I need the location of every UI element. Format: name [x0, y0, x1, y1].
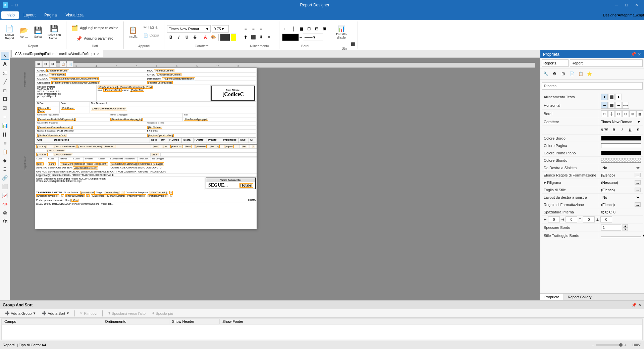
menu-designer[interactable]: Designer [603, 13, 618, 17]
border-left-b[interactable]: ⊞ [629, 110, 636, 117]
align-v-bot[interactable]: ⬇ [615, 94, 622, 100]
gs-remove-btn[interactable]: ✕ Rimuovi [77, 310, 100, 316]
border-btn-5[interactable]: ⊟ [313, 25, 320, 33]
da-destra-select[interactable]: No Sì [601, 165, 641, 170]
spacing-right-input[interactable] [566, 216, 577, 222]
tool-spark[interactable]: 📈 [1, 191, 9, 199]
filigrana-btn[interactable]: ... [635, 180, 641, 185]
prop-font-dropdown[interactable]: ▼ [637, 120, 641, 124]
highlight-button[interactable]: 🎨 [210, 34, 217, 41]
italic-button[interactable]: I [175, 34, 182, 41]
tool-crosstab[interactable]: ⊟ [1, 139, 9, 147]
spacing-left-input[interactable] [548, 216, 560, 222]
font-color-button[interactable]: A [202, 34, 209, 41]
ribbon-btn-salva-nome[interactable]: 💾 Salva conNome... [45, 22, 63, 42]
ribbon-btn-salva[interactable]: 💾 Salva [31, 22, 45, 42]
zoom-in-button[interactable]: + [624, 342, 627, 348]
prop-pin-button[interactable]: 📌 [631, 52, 636, 57]
tool-text[interactable]: A [1, 60, 9, 68]
align-h-left[interactable]: ⬅ [601, 102, 608, 109]
tool-check[interactable]: ☑ [1, 104, 9, 112]
tool-gauge[interactable]: ◎ [1, 209, 9, 217]
maximize-button[interactable]: □ [622, 2, 631, 8]
highlight-swatch[interactable] [231, 34, 236, 41]
tool-shape[interactable]: ◆ [1, 156, 9, 164]
colore-sfondo-swatch[interactable] [601, 158, 641, 163]
align-v-mid[interactable]: ⬛ [608, 94, 615, 100]
ribbon-btn-copia[interactable]: 📄 Copia [141, 32, 162, 39]
spessore-bordo-input[interactable] [601, 225, 621, 231]
zoom-slider[interactable] [596, 344, 623, 346]
properties-content[interactable]: Allineamento Testo ⬆ ⬛ ⬇ Horizontal ⬅ ⬛ … [540, 92, 644, 293]
align-h-center[interactable]: ⬛ [608, 102, 615, 109]
tool-img[interactable]: 🖼 [1, 95, 9, 103]
tratteggio-swatch[interactable] [601, 237, 641, 237]
tool-map[interactable]: 🗺 [1, 217, 9, 226]
border-all[interactable]: □ [601, 110, 608, 117]
prop-strike[interactable]: S [634, 126, 642, 134]
close-button[interactable]: ✕ [632, 2, 641, 8]
bold-button[interactable]: B [167, 34, 174, 41]
zoom-out-button[interactable]: − [592, 342, 594, 348]
stili-expand-button[interactable]: ⬛ [351, 42, 355, 46]
window-controls[interactable]: ─ □ ✕ [612, 2, 641, 8]
tool-container[interactable]: ⬜ [1, 183, 9, 191]
align-justify-button[interactable]: ≡ [265, 34, 272, 41]
gs-add-sort-btn[interactable]: ➕ Add a Sort ▼ [40, 310, 72, 316]
prop-close-button[interactable]: ✕ [638, 52, 641, 57]
foglio-stile-btn[interactable]: ... [635, 188, 641, 192]
tool-subreport[interactable]: 📋 [1, 148, 9, 156]
strikethrough-button[interactable]: S [191, 34, 199, 41]
border-btn-6[interactable]: ⊞ [321, 25, 328, 33]
tool-chart[interactable]: 📊 [1, 121, 9, 130]
align-h-justify[interactable]: ⟺ [622, 102, 629, 109]
ribbon-btn-incolla[interactable]: 📋 Incolla [126, 22, 140, 42]
gs-close-button[interactable]: ✕ [638, 303, 641, 307]
canvas-area[interactable]: 1 2 3 4 5 6 7 8 9 10 11 Pag [10, 58, 540, 300]
estratto-stile-button[interactable]: 📊 Estrattodi stile [334, 22, 349, 42]
ribbon-btn-aggiungi-param[interactable]: 📌 Aggiungi parametro [69, 34, 121, 43]
spacing-top-input[interactable] [583, 216, 595, 222]
align-middle-button[interactable]: ⬛ [250, 34, 257, 41]
colore-pagina-swatch[interactable] [601, 143, 641, 148]
colore-bordo-swatch[interactable] [601, 136, 641, 141]
colore-primo-piano-swatch[interactable] [601, 151, 641, 155]
elenco-regole-btn[interactable]: ... [635, 173, 641, 177]
spessore-down[interactable]: ▼ [623, 228, 628, 231]
tool-label[interactable]: 🏷 [1, 69, 9, 77]
tratteggio-dropdown[interactable]: ▼ [642, 234, 644, 238]
underline-button[interactable]: U [183, 34, 191, 41]
tool-zip[interactable]: 🔗 [1, 174, 9, 182]
gs-move-down-btn[interactable]: ⬇ Sposta più [149, 310, 175, 316]
menu-anteprima[interactable]: Anteprima [618, 13, 635, 17]
border-btn-3[interactable]: ▦ [298, 25, 305, 33]
prop-tb-wrench[interactable]: 🔧 [542, 70, 550, 78]
menu-script[interactable]: Script [635, 13, 644, 17]
border-inner[interactable]: ┼ [608, 110, 615, 117]
gs-pin-button[interactable]: 📌 [632, 303, 637, 307]
object-class-input[interactable] [570, 59, 643, 67]
gs-move-up-btn[interactable]: ⬆ Spostarsi verso l'alto [105, 310, 148, 316]
regole-form-btn[interactable]: ... [635, 202, 641, 207]
mini-tb-btn-1[interactable]: ⊞ [35, 61, 42, 67]
object-type-input[interactable] [542, 59, 569, 67]
gs-add-group-btn[interactable]: ➕ Add a Group ▼ [3, 310, 38, 316]
align-top-button[interactable]: ⬆ [242, 34, 249, 41]
tool-richtext[interactable]: Ξ [1, 165, 9, 173]
align-v-group[interactable]: ⬆ ⬛ ⬇ [601, 94, 622, 100]
prop-tb-gear[interactable]: ⚙ [550, 70, 558, 78]
font-size-selector[interactable]: 9.75 ▼ [212, 25, 229, 33]
border-top-b[interactable]: ⊡ [615, 110, 622, 117]
align-bottom-button[interactable]: ⬇ [257, 34, 265, 41]
align-right-button[interactable]: ≡ [257, 25, 265, 33]
mini-tb-btn-3[interactable]: ⊠ [49, 61, 56, 67]
minimize-button[interactable]: ─ [612, 2, 621, 8]
prop-italic[interactable]: I [618, 126, 626, 134]
border-style-picker[interactable]: ───▼ [303, 34, 323, 41]
align-left-button[interactable]: ≡ [242, 25, 249, 33]
ribbon-btn-apri[interactable]: 📂 Apri... [17, 22, 31, 42]
spacing-bottom-input[interactable] [600, 216, 612, 222]
border-btn-2[interactable]: ┼ [290, 25, 297, 33]
border-color-picker[interactable] [282, 34, 299, 41]
menu-item-visualizza[interactable]: Visualizza [61, 11, 88, 19]
